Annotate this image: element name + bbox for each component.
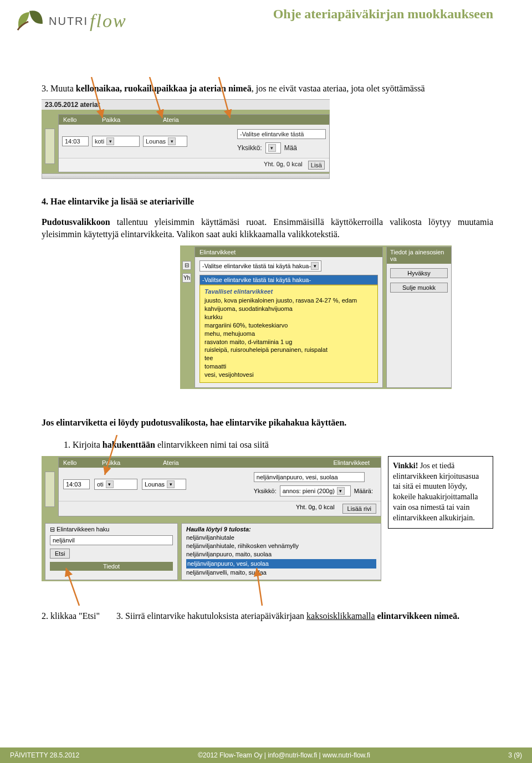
info-tab[interactable]: Tiedot ja ainesosien va — [387, 247, 451, 264]
close-edit-button[interactable]: Sulje muokk — [390, 283, 448, 293]
add-row-button[interactable]: Lisää rivi — [342, 504, 376, 514]
step-2-click-etsi: 2. klikkaa "Etsi" — [42, 611, 100, 621]
col-paikka: Paikka — [98, 115, 158, 125]
list-item[interactable]: kahvijuoma, suodatinkahvijuoma — [204, 305, 373, 313]
col-elintarvikkeet: Elintarvikkeet — [214, 458, 381, 468]
unit-select[interactable]: annos: pieni (200g)▾ — [280, 485, 351, 496]
result-item[interactable]: neljänviljanhiutale, riihikosken vehnämy… — [186, 542, 376, 550]
chevron-down-icon: ▾ — [268, 144, 276, 152]
place-select[interactable]: oti▾ — [94, 479, 137, 490]
meal-select[interactable]: Lounas▾ — [142, 479, 186, 490]
amount-label: Määrä: — [354, 488, 373, 494]
chevron-down-icon: ▾ — [106, 137, 114, 145]
tip-box: Vinkki! Jos et tiedä elintarvikkeen kirj… — [388, 456, 493, 529]
summary-row: 2. klikkaa "Etsi" 3. Siirrä elintarvike … — [42, 611, 493, 621]
list-header: Tavalliset elintarvikkeet — [204, 288, 373, 296]
step-3-text: 3. Muuta kellonaikaa, ruokailupaikkaa ja… — [42, 83, 493, 95]
step-4-title: 4. Hae elintarvike ja lisää se ateriariv… — [42, 196, 493, 208]
tiedot-tab[interactable]: Tiedot — [50, 562, 173, 571]
copyright: ©2012 Flow-Team Oy | info@nutri-flow.fi … — [101, 751, 467, 759]
meal-panel: Kello Paikka Ateria 14:03 koti▾ Lounas▾ … — [58, 114, 330, 172]
leaf-icon — [13, 8, 45, 34]
step-3-doubleclick: 3. Siirrä elintarvike hakutuloksista ate… — [116, 611, 493, 621]
accept-button[interactable]: Hyväksy — [390, 268, 448, 278]
food-dropdown[interactable]: -Valitse elintarvike tästä tai käytä hak… — [200, 260, 321, 272]
time-input[interactable]: 14:03 — [63, 479, 90, 489]
page-number: 3 (9) — [489, 751, 522, 759]
result-item[interactable]: neljänviljanpuuro, maito, suolaa — [186, 550, 376, 559]
list-item[interactable]: mehu, mehujuoma — [204, 330, 373, 338]
results-header: Haulla löytyi 9 tulosta: — [186, 526, 376, 532]
add-button[interactable]: Lisä — [308, 161, 325, 170]
chevron-down-icon: ▾ — [167, 480, 175, 488]
scrollbar[interactable] — [42, 173, 330, 179]
screenshot-meal-row: 23.05.2012 ateriat Kello Paikka Ateria 1… — [42, 99, 330, 179]
search-input[interactable]: neljänvil — [50, 535, 173, 545]
total-text: Yht. 0g, 0 kcal — [296, 504, 335, 514]
date-header: 23.05.2012 ateriat — [42, 99, 330, 110]
search-panel-title: ⊟ Elintarvikkeen haku — [50, 526, 173, 533]
yh-label: Yh — [182, 273, 191, 283]
unit-label: Yksikkö: — [237, 144, 262, 152]
col-ateria: Ateria — [158, 115, 214, 125]
result-item-selected[interactable]: neljänviljanpuuro, vesi, suolaa — [186, 559, 376, 569]
time-input[interactable]: 14:03 — [62, 136, 89, 146]
unit-select[interactable]: ▾ — [265, 142, 281, 153]
list-item[interactable]: margariini 60%, tuotekeskiarvo — [204, 321, 373, 330]
side-tab[interactable] — [45, 129, 55, 164]
screenshot-search: Kello Paikka Ateria Elintarvikkeet 14:03… — [42, 456, 381, 581]
dropdown-list: Tavalliset elintarvikkeet juusto, kova p… — [200, 285, 378, 383]
list-item[interactable]: tomaatti — [204, 362, 373, 371]
col-kello: Kello — [59, 458, 98, 468]
amount-label: Mää — [284, 144, 297, 152]
search-panel: ⊟ Elintarvikkeen haku neljänvil Etsi Tie… — [45, 523, 178, 580]
col-kello: Kello — [59, 115, 98, 125]
meal-select[interactable]: Lounas▾ — [143, 136, 187, 147]
side-tab[interactable] — [45, 472, 55, 507]
step-4-body: Pudotusvalikkoon tallentuu yleisimmin kä… — [42, 216, 493, 241]
food-select[interactable]: -Valitse elintarvike tästä — [237, 129, 326, 139]
list-item[interactable]: juusto, kova pienikaloinen juusto, rasva… — [204, 296, 373, 305]
chevron-down-icon: ▾ — [337, 487, 345, 495]
chevron-down-icon: ▾ — [168, 137, 176, 145]
col-paikka: Paikka — [98, 458, 158, 468]
list-item[interactable]: tee — [204, 354, 373, 362]
no-search-text: Jos elintarviketta ei löydy pudotusvalik… — [42, 417, 493, 429]
page-footer: PÄIVITETTY 28.5.2012 ©2012 Flow-Team Oy … — [0, 747, 532, 763]
updated-date: PÄIVITETTY 28.5.2012 — [10, 751, 79, 759]
chevron-down-icon: ▾ — [106, 480, 114, 488]
col-ateria: Ateria — [158, 458, 214, 468]
dropdown-selected[interactable]: -Valitse elintarvike tästä tai käytä hak… — [200, 275, 378, 285]
etsi-button[interactable]: Etsi — [50, 549, 70, 559]
place-select[interactable]: koti▾ — [92, 136, 140, 147]
meal-row: 14:03 koti▾ Lounas▾ -Valitse elintarvike… — [59, 125, 329, 158]
screenshot-dropdown: ⊟ Yh Elintarvikkeet -Valitse elintarvike… — [180, 245, 452, 389]
selected-food[interactable]: neljänviljanpuuro, vesi, suolaa — [254, 472, 365, 482]
logo-brand: NUTRI — [49, 15, 88, 28]
step-1-search: 1. Kirjoita hakukenttään elintarvikkeen … — [42, 439, 493, 451]
panel-header: Elintarvikkeet — [195, 247, 382, 257]
total-text: Yht. 0g, 0 kcal — [264, 161, 303, 170]
list-item[interactable]: kurkku — [204, 313, 373, 321]
logo: NUTRI flow — [13, 8, 127, 34]
list-item[interactable]: vesi, vesijohtovesi — [204, 371, 373, 379]
results-panel: Haulla löytyi 9 tulosta: neljänviljanhiu… — [181, 523, 381, 580]
list-item[interactable]: rasvaton maito, d-vitamiinia 1 ug — [204, 338, 373, 346]
result-item[interactable]: neljänviljanhiutale — [186, 534, 376, 542]
unit-label: Yksikkö: — [254, 488, 277, 494]
list-item[interactable]: ruisleipä, ruisrouheleipä perunainen, ru… — [204, 346, 373, 354]
chevron-down-icon: ▾ — [311, 262, 319, 270]
collapse-icon[interactable]: ⊟ — [182, 261, 191, 270]
logo-script: flow — [90, 11, 127, 32]
result-item[interactable]: neljänviljanvelli, maito, suolaa — [186, 569, 376, 577]
